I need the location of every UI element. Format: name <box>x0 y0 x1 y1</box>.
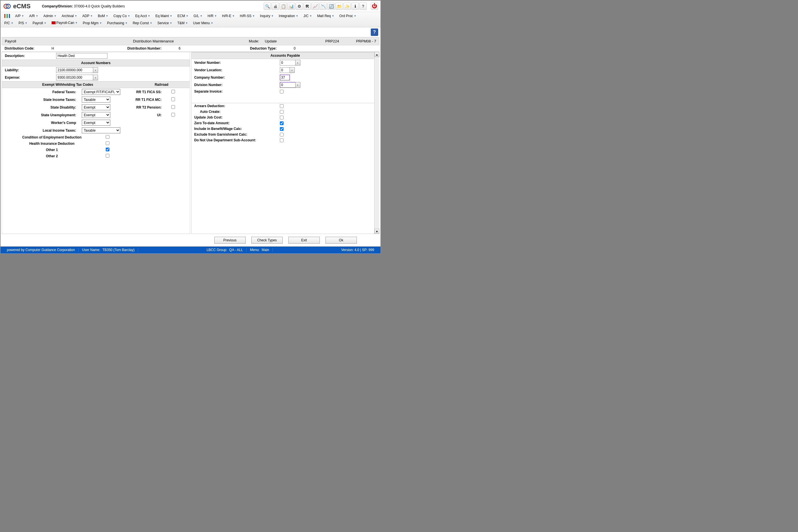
wizard-icon[interactable]: ✨ <box>343 3 351 10</box>
power-icon[interactable]: ⏻ <box>371 3 378 10</box>
right-flag-checkbox-4[interactable] <box>280 127 284 131</box>
menu-eq-maint[interactable]: Eq Maint▼ <box>153 13 175 19</box>
division-number-input[interactable] <box>280 82 296 88</box>
menu-h-r-ss[interactable]: H/R-SS▼ <box>238 13 258 19</box>
exit-button[interactable]: Exit <box>288 237 320 244</box>
tax-select-2[interactable]: Exempt <box>82 104 110 110</box>
trend-down-icon[interactable]: 📉 <box>320 3 327 10</box>
right-flag-checkbox-0[interactable] <box>280 104 284 108</box>
left-checkbox-1[interactable] <box>106 141 110 145</box>
left-checkbox-2[interactable] <box>106 148 110 151</box>
menu-label: Menu: <box>250 248 259 252</box>
company-number-input[interactable] <box>280 75 290 80</box>
menu-label: Rep Const <box>133 21 149 25</box>
context-help-button[interactable]: ? <box>371 28 378 36</box>
right-flag-checkbox-1[interactable] <box>280 110 284 114</box>
menu-integration[interactable]: Integration▼ <box>276 13 301 19</box>
trend-up-icon[interactable]: 📈 <box>311 3 319 10</box>
menu-rep-const[interactable]: Rep Const▼ <box>130 20 155 26</box>
previous-button[interactable]: Previous <box>214 237 246 244</box>
menu-user-menu[interactable]: User Menu▼ <box>191 20 216 26</box>
left-panel: Description: Account Numbers Liability: … <box>2 52 190 234</box>
folder-icon[interactable]: 📁 <box>336 3 343 10</box>
check-types-button[interactable]: Check Types <box>251 237 283 244</box>
menu-p-c[interactable]: P/C▼ <box>2 20 16 26</box>
liability-input[interactable] <box>56 67 93 73</box>
menu-j-c[interactable]: J/C▼ <box>301 13 315 19</box>
separate-invoice-checkbox[interactable] <box>280 90 284 93</box>
menu-copy-co[interactable]: Copy Co▼ <box>111 13 133 19</box>
menu-h-r[interactable]: H/R▼ <box>205 13 220 19</box>
menu-inquiry[interactable]: Inquiry▼ <box>258 13 276 19</box>
rr-checkbox-0[interactable] <box>171 90 175 93</box>
expense-input[interactable] <box>56 75 93 80</box>
menu-label: A/P <box>15 14 20 18</box>
tax-select-5[interactable]: Taxable <box>82 127 120 133</box>
menu-label: User Menu <box>193 21 210 25</box>
menu-eq-acct[interactable]: Eq Acct▼ <box>133 13 153 19</box>
notes-icon[interactable]: 📋 <box>280 3 287 10</box>
menu-archival[interactable]: Archival▼ <box>59 13 80 19</box>
rr-checkbox-2[interactable] <box>171 105 175 109</box>
info-icon[interactable]: ℹ <box>352 3 359 10</box>
rr-checkbox-1[interactable] <box>171 97 175 101</box>
menu-label: Eq Maint <box>155 14 169 18</box>
version-section: Version: 4.0 | SP: 999 <box>338 248 378 252</box>
vendor-location-input[interactable] <box>280 67 290 73</box>
liability-lookup-button[interactable]: ‹ <box>93 67 98 73</box>
menu-prop-mgm[interactable]: Prop Mgm▼ <box>80 20 104 26</box>
menu-ord-proc[interactable]: Ord Proc▼ <box>337 13 359 19</box>
left-checkbox-3[interactable] <box>106 154 110 157</box>
ded-type-value: 0 <box>293 46 296 51</box>
menu-payroll[interactable]: Payroll▼ <box>30 20 49 26</box>
menu-p-s[interactable]: P/S▼ <box>16 20 30 26</box>
menu-a-r[interactable]: A/R▼ <box>26 13 41 19</box>
menu-apps-icon[interactable] <box>2 13 13 19</box>
tools-icon[interactable]: 🛠 <box>304 3 311 10</box>
menu-label: ADP <box>82 14 90 18</box>
menu-ecm[interactable]: ECM▼ <box>175 13 191 19</box>
scroll-up-arrow[interactable]: ▲ <box>375 52 379 57</box>
chart-icon[interactable]: 📊 <box>288 3 295 10</box>
right-flag-checkbox-6[interactable] <box>280 138 284 142</box>
menu-a-p[interactable]: A/P▼ <box>13 13 26 19</box>
menu-payroll-can[interactable]: Payroll-Can▼ <box>49 19 80 26</box>
vendor-number-input[interactable] <box>280 60 296 65</box>
vendor-number-lookup-button[interactable]: ‹ <box>295 60 300 65</box>
right-flag-checkbox-5[interactable] <box>280 133 284 136</box>
tax-select-4[interactable]: Exempt <box>82 120 110 126</box>
help-icon[interactable]: ? <box>359 3 367 10</box>
ok-button[interactable]: Ok <box>325 237 357 244</box>
search-icon[interactable]: 🔍 <box>264 3 271 10</box>
left-checkbox-0[interactable] <box>106 135 110 139</box>
expense-label: Expense: <box>5 76 56 79</box>
menu-admin[interactable]: Admin▼ <box>41 13 59 19</box>
settings-icon[interactable]: ⚙ <box>296 3 303 10</box>
menu-label: Copy Co <box>113 14 127 18</box>
dropdown-arrow-icon: ▼ <box>36 15 38 17</box>
scroll-down-arrow[interactable]: ▼ <box>375 229 379 234</box>
expense-lookup-button[interactable]: ‹ <box>93 75 98 80</box>
menu-t-m[interactable]: T&M▼ <box>175 20 190 26</box>
print-icon[interactable]: 🖨 <box>272 3 279 10</box>
description-input[interactable] <box>56 53 108 59</box>
menu-purchasing[interactable]: Purchasing▼ <box>104 20 130 26</box>
division-number-lookup-button[interactable]: ‹ <box>295 82 300 88</box>
menu-service[interactable]: Service▼ <box>155 20 175 26</box>
menu-adp[interactable]: ADP▼ <box>80 13 95 19</box>
vendor-location-lookup-button[interactable]: ‹ <box>289 67 295 73</box>
right-flag-checkbox-3[interactable] <box>280 121 284 125</box>
right-flag-checkbox-2[interactable] <box>280 116 284 119</box>
right-panel: Accounts Payable Vendor Number: ‹ Vendor… <box>191 52 380 234</box>
vertical-scrollbar[interactable]: ▲ ▼ <box>374 52 379 234</box>
refresh-icon[interactable]: 🔄 <box>327 3 335 10</box>
tax-select-0[interactable]: Exempt FIT/FICA/FUTA <box>82 89 120 95</box>
tax-select-1[interactable]: Taxable <box>82 97 110 102</box>
tax-select-3[interactable]: Exempt <box>82 112 110 118</box>
menu-g-l[interactable]: G/L▼ <box>191 13 205 19</box>
menu-matl-req[interactable]: Matl Req▼ <box>315 13 337 19</box>
rr-checkbox-3[interactable] <box>171 113 175 116</box>
dropdown-arrow-icon: ▼ <box>309 15 312 17</box>
menu-h-r-e[interactable]: H/R-E▼ <box>220 13 238 19</box>
menu-bom[interactable]: BoM▼ <box>95 13 111 19</box>
